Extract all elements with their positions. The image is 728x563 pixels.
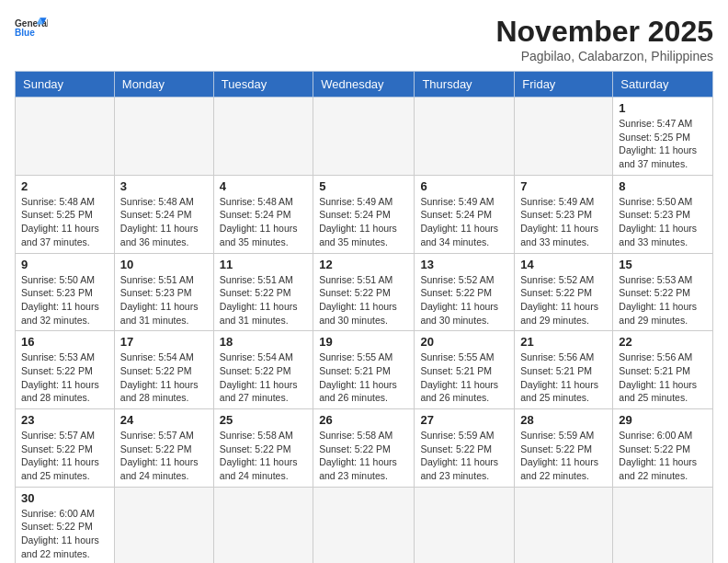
calendar-cell: 17Sunrise: 5:54 AMSunset: 5:22 PMDayligh…	[114, 331, 213, 409]
day-number: 17	[120, 335, 208, 349]
calendar-cell: 8Sunrise: 5:50 AMSunset: 5:23 PMDaylight…	[613, 175, 713, 253]
day-number: 24	[120, 413, 208, 427]
day-info: Sunrise: 5:58 AMSunset: 5:22 PMDaylight:…	[319, 429, 408, 483]
day-info: Sunrise: 5:48 AMSunset: 5:24 PMDaylight:…	[120, 195, 208, 249]
day-number: 16	[21, 335, 108, 349]
calendar-cell: 15Sunrise: 5:53 AMSunset: 5:22 PMDayligh…	[613, 253, 713, 331]
day-info: Sunrise: 5:56 AMSunset: 5:21 PMDaylight:…	[520, 350, 607, 405]
day-info: Sunrise: 5:52 AMSunset: 5:22 PMDaylight:…	[520, 273, 607, 327]
day-info: Sunrise: 5:48 AMSunset: 5:24 PMDaylight:…	[220, 195, 307, 249]
day-number: 27	[420, 413, 508, 427]
calendar-cell: 26Sunrise: 5:58 AMSunset: 5:22 PMDayligh…	[313, 409, 415, 488]
calendar-cell	[114, 487, 213, 563]
weekday-monday: Monday	[114, 72, 213, 98]
calendar-cell: 19Sunrise: 5:55 AMSunset: 5:21 PMDayligh…	[313, 331, 415, 409]
calendar-cell: 24Sunrise: 5:57 AMSunset: 5:22 PMDayligh…	[114, 409, 213, 488]
week-row-1: 1Sunrise: 5:47 AMSunset: 5:25 PMDaylight…	[16, 98, 713, 176]
calendar-cell	[515, 98, 613, 176]
calendar-cell: 4Sunrise: 5:48 AMSunset: 5:24 PMDaylight…	[213, 175, 313, 253]
day-number: 12	[319, 258, 408, 271]
calendar-cell: 18Sunrise: 5:54 AMSunset: 5:22 PMDayligh…	[213, 331, 313, 409]
day-number: 18	[220, 335, 307, 349]
day-info: Sunrise: 5:51 AMSunset: 5:23 PMDaylight:…	[120, 273, 208, 327]
week-row-4: 16Sunrise: 5:53 AMSunset: 5:22 PMDayligh…	[16, 331, 713, 409]
calendar-cell: 13Sunrise: 5:52 AMSunset: 5:22 PMDayligh…	[415, 253, 515, 331]
day-number: 6	[420, 179, 508, 193]
calendar-cell: 11Sunrise: 5:51 AMSunset: 5:22 PMDayligh…	[213, 253, 313, 331]
day-number: 4	[220, 179, 307, 193]
day-info: Sunrise: 5:58 AMSunset: 5:22 PMDaylight:…	[220, 429, 307, 483]
day-number: 23	[21, 413, 108, 427]
calendar-cell	[313, 98, 415, 176]
weekday-tuesday: Tuesday	[213, 72, 313, 98]
day-info: Sunrise: 5:56 AMSunset: 5:21 PMDaylight:…	[619, 350, 707, 405]
month-title: November 2025	[495, 15, 713, 49]
calendar-cell: 12Sunrise: 5:51 AMSunset: 5:22 PMDayligh…	[313, 253, 415, 331]
day-info: Sunrise: 5:54 AMSunset: 5:22 PMDaylight:…	[220, 350, 307, 405]
day-number: 19	[319, 335, 408, 349]
day-number: 13	[420, 258, 508, 271]
day-number: 9	[21, 258, 108, 271]
day-info: Sunrise: 5:59 AMSunset: 5:22 PMDaylight:…	[520, 429, 607, 483]
week-row-5: 23Sunrise: 5:57 AMSunset: 5:22 PMDayligh…	[16, 409, 713, 488]
week-row-6: 30Sunrise: 6:00 AMSunset: 5:22 PMDayligh…	[16, 487, 713, 563]
day-info: Sunrise: 5:54 AMSunset: 5:22 PMDaylight:…	[120, 350, 208, 405]
calendar-cell	[515, 487, 613, 563]
calendar-cell: 21Sunrise: 5:56 AMSunset: 5:21 PMDayligh…	[515, 331, 613, 409]
calendar-cell	[313, 487, 415, 563]
day-info: Sunrise: 5:55 AMSunset: 5:21 PMDaylight:…	[319, 350, 408, 405]
weekday-thursday: Thursday	[415, 72, 515, 98]
calendar-cell: 25Sunrise: 5:58 AMSunset: 5:22 PMDayligh…	[213, 409, 313, 488]
day-number: 15	[619, 258, 707, 271]
location: Pagbilao, Calabarzon, Philippines	[495, 49, 713, 63]
calendar-cell: 10Sunrise: 5:51 AMSunset: 5:23 PMDayligh…	[114, 253, 213, 331]
day-number: 22	[619, 335, 707, 349]
calendar-cell: 22Sunrise: 5:56 AMSunset: 5:21 PMDayligh…	[613, 331, 713, 409]
day-info: Sunrise: 5:49 AMSunset: 5:24 PMDaylight:…	[319, 195, 408, 249]
day-number: 10	[120, 258, 208, 271]
day-info: Sunrise: 5:57 AMSunset: 5:22 PMDaylight:…	[21, 429, 108, 483]
calendar-table: SundayMondayTuesdayWednesdayThursdayFrid…	[15, 71, 713, 563]
day-info: Sunrise: 5:51 AMSunset: 5:22 PMDaylight:…	[220, 273, 307, 327]
day-info: Sunrise: 6:00 AMSunset: 5:22 PMDaylight:…	[21, 507, 108, 561]
day-info: Sunrise: 5:47 AMSunset: 5:25 PMDaylight:…	[619, 117, 707, 171]
day-info: Sunrise: 6:00 AMSunset: 5:22 PMDaylight:…	[619, 429, 707, 483]
day-info: Sunrise: 5:48 AMSunset: 5:25 PMDaylight:…	[21, 195, 108, 249]
day-info: Sunrise: 5:50 AMSunset: 5:23 PMDaylight:…	[619, 195, 707, 249]
day-number: 2	[21, 179, 108, 193]
calendar-cell	[213, 98, 313, 176]
day-number: 1	[619, 101, 707, 115]
weekday-wednesday: Wednesday	[313, 72, 415, 98]
day-number: 14	[520, 258, 607, 271]
day-number: 3	[120, 179, 208, 193]
calendar-cell: 16Sunrise: 5:53 AMSunset: 5:22 PMDayligh…	[16, 331, 115, 409]
calendar-cell: 30Sunrise: 6:00 AMSunset: 5:22 PMDayligh…	[16, 487, 115, 563]
day-number: 5	[319, 179, 408, 193]
calendar-cell: 2Sunrise: 5:48 AMSunset: 5:25 PMDaylight…	[16, 175, 115, 253]
day-info: Sunrise: 5:51 AMSunset: 5:22 PMDaylight:…	[319, 273, 408, 327]
calendar-cell	[415, 487, 515, 563]
title-block: November 2025 Pagbilao, Calabarzon, Phil…	[495, 15, 713, 63]
calendar-cell: 20Sunrise: 5:55 AMSunset: 5:21 PMDayligh…	[415, 331, 515, 409]
day-number: 7	[520, 179, 607, 193]
generalblue-logo-icon: General Blue	[15, 15, 48, 40]
calendar-cell: 5Sunrise: 5:49 AMSunset: 5:24 PMDaylight…	[313, 175, 415, 253]
day-info: Sunrise: 5:53 AMSunset: 5:22 PMDaylight:…	[619, 273, 707, 327]
logo: General Blue	[15, 15, 48, 40]
calendar-cell	[114, 98, 213, 176]
calendar-cell: 1Sunrise: 5:47 AMSunset: 5:25 PMDaylight…	[613, 98, 713, 176]
weekday-header-row: SundayMondayTuesdayWednesdayThursdayFrid…	[16, 72, 713, 98]
svg-text:Blue: Blue	[15, 28, 35, 38]
day-number: 21	[520, 335, 607, 349]
day-number: 29	[619, 413, 707, 427]
calendar-cell: 29Sunrise: 6:00 AMSunset: 5:22 PMDayligh…	[613, 409, 713, 488]
day-info: Sunrise: 5:52 AMSunset: 5:22 PMDaylight:…	[420, 273, 508, 327]
calendar-cell: 14Sunrise: 5:52 AMSunset: 5:22 PMDayligh…	[515, 253, 613, 331]
calendar-cell: 28Sunrise: 5:59 AMSunset: 5:22 PMDayligh…	[515, 409, 613, 488]
day-number: 11	[220, 258, 307, 271]
day-number: 28	[520, 413, 607, 427]
calendar-cell: 27Sunrise: 5:59 AMSunset: 5:22 PMDayligh…	[415, 409, 515, 488]
day-number: 25	[220, 413, 307, 427]
week-row-2: 2Sunrise: 5:48 AMSunset: 5:25 PMDaylight…	[16, 175, 713, 253]
calendar-cell: 7Sunrise: 5:49 AMSunset: 5:23 PMDaylight…	[515, 175, 613, 253]
